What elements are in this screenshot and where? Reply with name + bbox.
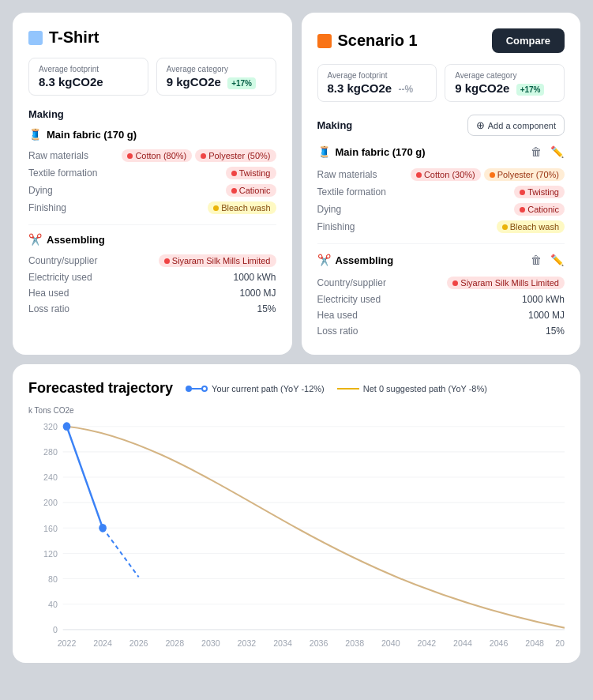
add-component-button[interactable]: ⊕ Add a component <box>467 115 565 136</box>
scenario1-finishing-row: Finishing Bleach wash <box>317 218 565 235</box>
chart-svg: 320 280 240 200 160 120 80 40 0 2022 202… <box>28 418 565 655</box>
assembling-icon: ✂️ <box>28 233 42 246</box>
scenario1-raw-materials-tags: Cotton (30%) Polyester (70%) <box>411 168 565 181</box>
svg-text:2050: 2050 <box>555 638 565 649</box>
scenario1-loss-row: Loss ratio 15% <box>317 323 565 339</box>
scenario1-metrics: Average footprint 8.3 kgCO2e --% Average… <box>317 64 565 102</box>
tshirt-category-badge: +17% <box>227 77 256 89</box>
svg-text:200: 200 <box>43 498 58 508</box>
cationic-tag: Cationic <box>226 184 276 197</box>
svg-text:2048: 2048 <box>525 638 544 649</box>
svg-text:2022: 2022 <box>58 638 77 649</box>
svg-text:2026: 2026 <box>129 638 148 649</box>
tshirt-avg-category-value: 9 kgCO2e +17% <box>167 75 266 88</box>
s1-polyester-tag: Polyester (70%) <box>484 168 565 181</box>
scenario1-country-row: Country/supplier Siyaram Silk Mills Limi… <box>317 274 565 292</box>
scenario1-dying-row: Dying Cationic <box>317 201 565 218</box>
s1-cotton-tag: Cotton (30%) <box>411 168 481 181</box>
scenario1-avg-category-box: Average category 9 kgCO2e +17% <box>445 64 565 102</box>
tshirt-assembling-header: ✂️ Assembling <box>28 233 276 246</box>
svg-text:320: 320 <box>43 422 58 432</box>
s1-cationic-tag: Cationic <box>514 203 565 216</box>
legend-current-path: Your current path (YoY -12%) <box>186 384 325 393</box>
svg-text:2024: 2024 <box>93 638 112 649</box>
svg-text:280: 280 <box>43 447 58 457</box>
delete-assembling-icon[interactable]: 🗑 <box>528 252 544 268</box>
svg-text:2040: 2040 <box>381 638 400 649</box>
scenario1-avg-footprint-box: Average footprint 8.3 kgCO2e --% <box>317 64 437 102</box>
chart-card: Forecasted trajectory Your current path … <box>13 364 580 663</box>
tshirt-electricity-row: Electricity used 1000 kWh <box>28 269 276 285</box>
svg-text:160: 160 <box>43 523 58 533</box>
scenario1-card: Scenario 1 Compare Average footprint 8.3… <box>302 13 581 355</box>
chart-title: Forecasted trajectory <box>28 380 173 397</box>
compare-button[interactable]: Compare <box>492 28 565 53</box>
scenario1-electricity-row: Electricity used 1000 kWh <box>317 292 565 307</box>
scenario1-assembling-header: ✂️ Assembling 🗑 ✏️ <box>317 252 565 268</box>
scenario1-title: Scenario 1 <box>317 32 492 50</box>
tshirt-main-fabric-header: 🧵 Main fabric (170 g) <box>28 128 276 141</box>
tshirt-raw-materials-tags: Cotton (80%) Polyester (50%) <box>122 149 276 162</box>
edit-icon[interactable]: ✏️ <box>549 144 565 160</box>
chart-y-label: k Tons CO2e <box>28 406 565 415</box>
svg-text:120: 120 <box>43 548 58 559</box>
scenario1-main-fabric-header: 🧵 Main fabric (170 g) 🗑 ✏️ <box>317 144 565 160</box>
fabric-icon: 🧵 <box>28 128 42 141</box>
scenario1-hea-row: Hea used 1000 MJ <box>317 307 565 323</box>
svg-text:2038: 2038 <box>345 638 364 649</box>
svg-text:2036: 2036 <box>310 638 328 649</box>
svg-text:0: 0 <box>53 625 58 635</box>
polyester-tag: Polyester (50%) <box>195 149 276 162</box>
svg-text:2030: 2030 <box>201 638 220 649</box>
svg-text:2046: 2046 <box>490 638 509 649</box>
scenario1-textile-row: Textile formation Twisting <box>317 183 565 201</box>
assembling-icon-s1: ✂️ <box>317 254 331 266</box>
cotton-tag: Cotton (80%) <box>122 149 192 162</box>
tshirt-dying-row: Dying Cationic <box>28 182 276 199</box>
tshirt-avg-footprint-value: 8.3 kgCO2e <box>39 75 138 88</box>
svg-text:40: 40 <box>48 600 58 610</box>
tshirt-loss-row: Loss ratio 15% <box>28 301 276 317</box>
scenario1-making-section: Making ⊕ Add a component <box>317 115 565 136</box>
svg-text:2028: 2028 <box>165 638 184 649</box>
scenario1-icon <box>317 34 332 48</box>
svg-text:2034: 2034 <box>273 638 292 649</box>
tshirt-finishing-row: Finishing Bleach wash <box>28 199 276 216</box>
tshirt-card: T-Shirt Average footprint 8.3 kgCO2e Ave… <box>13 13 292 355</box>
scenario1-footprint-badge: --% <box>398 84 413 95</box>
svg-text:240: 240 <box>43 472 58 483</box>
s1-twisting-tag: Twisting <box>514 186 565 198</box>
plus-circle-icon: ⊕ <box>476 119 485 131</box>
tshirt-icon <box>28 31 43 45</box>
tshirt-avg-category-box: Average category 9 kgCO2e +17% <box>156 58 276 96</box>
chart-area: 320 280 240 200 160 120 80 40 0 2022 202… <box>28 418 565 655</box>
chart-header: Forecasted trajectory Your current path … <box>28 380 565 397</box>
s1-bleach-tag: Bleach wash <box>497 220 565 233</box>
svg-text:80: 80 <box>48 574 58 584</box>
svg-point-2 <box>202 386 207 391</box>
svg-point-37 <box>63 422 71 431</box>
s1-supplier-tag: Siyaram Silk Mills Limited <box>447 277 565 289</box>
bleach-tag: Bleach wash <box>208 201 276 214</box>
supplier-tag: Siyaram Silk Mills Limited <box>159 254 276 267</box>
legend-net0-path: Net 0 suggested path (YoY -8%) <box>337 384 487 393</box>
tshirt-raw-materials-row: Raw materials Cotton (80%) Polyester (50… <box>28 147 276 164</box>
fabric-icon-s1: 🧵 <box>317 145 331 158</box>
tshirt-textile-row: Textile formation Twisting <box>28 164 276 182</box>
tshirt-country-row: Country/supplier Siyaram Silk Mills Limi… <box>28 252 276 269</box>
svg-text:2032: 2032 <box>238 638 257 649</box>
scenario1-category-badge: +17% <box>516 84 545 96</box>
edit-assembling-icon[interactable]: ✏️ <box>549 252 565 268</box>
tshirt-metrics: Average footprint 8.3 kgCO2e Average cat… <box>28 58 276 96</box>
svg-text:2044: 2044 <box>453 638 472 649</box>
tshirt-title: T-Shirt <box>28 28 276 47</box>
tshirt-hea-row: Hea used 1000 MJ <box>28 285 276 301</box>
tshirt-avg-footprint-box: Average footprint 8.3 kgCO2e <box>28 58 148 96</box>
delete-icon[interactable]: 🗑 <box>528 144 544 160</box>
tshirt-making-section: Making <box>28 108 276 120</box>
twisting-tag: Twisting <box>226 167 276 179</box>
scenario1-raw-materials-row: Raw materials Cotton (30%) Polyester (70… <box>317 166 565 183</box>
svg-point-38 <box>99 524 107 533</box>
svg-text:2042: 2042 <box>418 638 437 649</box>
